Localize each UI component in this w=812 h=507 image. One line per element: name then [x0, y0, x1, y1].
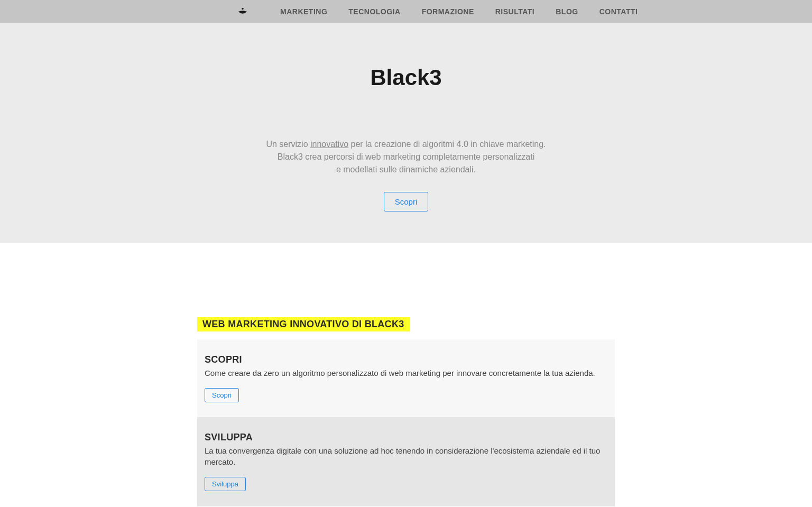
hero-text-line2: Black3 crea percorsi di web marketing co… [278, 152, 534, 161]
navbar: MARKETING TECNOLOGIA FORMAZIONE RISULTAT… [0, 0, 812, 23]
nav-link-risultati[interactable]: RISULTATI [495, 7, 535, 16]
card-text-scopri: Come creare da zero un algoritmo persona… [205, 367, 607, 379]
content-section: WEB MARKETING INNOVATIVO DI BLACK3 SCOPR… [192, 317, 620, 507]
nav-links: MARKETING TECNOLOGIA FORMAZIONE RISULTAT… [280, 7, 638, 16]
card-button-scopri[interactable]: Scopri [205, 388, 239, 402]
nav-link-tecnologia[interactable]: TECNOLOGIA [348, 7, 400, 16]
hero-description: Un servizio innovativo per la creazione … [221, 138, 591, 176]
svg-point-0 [242, 7, 244, 10]
card-title-scopri: SCOPRI [205, 354, 607, 365]
hero-text-line1-suffix: per la creazione di algoritmi 4.0 in chi… [348, 140, 546, 149]
nav-link-contatti[interactable]: CONTATTI [599, 7, 638, 16]
navbar-inner: MARKETING TECNOLOGIA FORMAZIONE RISULTAT… [89, 6, 723, 17]
logo[interactable] [237, 6, 248, 17]
nav-link-formazione[interactable]: FORMAZIONE [422, 7, 474, 16]
hero-text-prefix: Un servizio [266, 140, 310, 149]
card-scopri: SCOPRI Come creare da zero un algoritmo … [197, 339, 615, 417]
section-heading: WEB MARKETING INNOVATIVO DI BLACK3 [197, 317, 410, 331]
card-button-sviluppa[interactable]: Sviluppa [205, 477, 246, 491]
hero-title: Black3 [11, 65, 801, 90]
hero-text-line3: e modellati sulle dinamiche aziendali. [336, 165, 476, 174]
hero-section: Black3 Un servizio innovativo per la cre… [0, 23, 812, 243]
hero-cta-button[interactable]: Scopri [384, 192, 429, 211]
logo-icon [237, 6, 248, 17]
nav-link-blog[interactable]: BLOG [556, 7, 578, 16]
card-sviluppa: SVILUPPA La tua convergenza digitale con… [197, 417, 615, 506]
card-title-sviluppa: SVILUPPA [205, 432, 607, 443]
nav-link-marketing[interactable]: MARKETING [280, 7, 327, 16]
card-text-sviluppa: La tua convergenza digitale con una solu… [205, 445, 607, 467]
hero-text-underlined: innovativo [310, 140, 348, 149]
